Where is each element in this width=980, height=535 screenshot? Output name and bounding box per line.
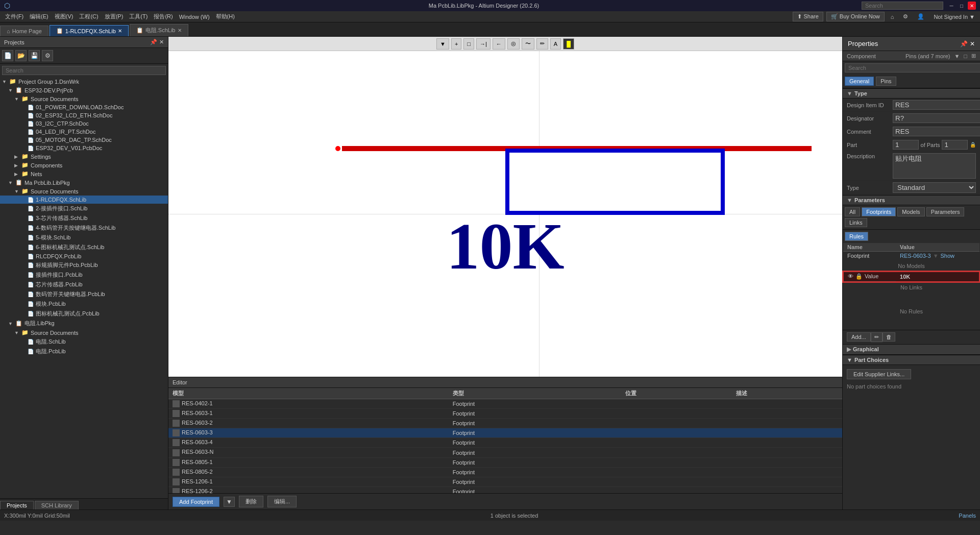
- tree-item-dianzu-pcblib[interactable]: 📄 电阻.PcbLib: [0, 347, 168, 356]
- params-tab-models[interactable]: Models: [897, 207, 924, 216]
- edit-button[interactable]: 编辑...: [267, 496, 297, 507]
- tab-dianzu-close[interactable]: ✕: [178, 28, 182, 33]
- tree-item-source-docs-3[interactable]: ▼ 📁 Source Documents: [0, 328, 168, 337]
- table-row[interactable]: RES-0603-1 Footprint: [168, 409, 842, 419]
- props-close-icon[interactable]: ✕: [970, 40, 975, 47]
- part-lock-icon[interactable]: 🔒: [970, 142, 976, 148]
- table-row[interactable]: RES-1206-2 Footprint: [168, 487, 842, 493]
- menu-file[interactable]: 文件(F): [2, 12, 27, 21]
- buy-online-button[interactable]: 🛒 Buy Online Now: [826, 12, 885, 21]
- tree-item-digit-pcblib[interactable]: 📄 数码管开关键继电器.PcbLib: [0, 289, 168, 299]
- params-tab-rules[interactable]: Rules: [845, 232, 868, 241]
- tab-dianzu[interactable]: 📋 电阻.SchLib ✕: [130, 24, 188, 36]
- tree-item-settings[interactable]: ▶ 📁 Settings: [0, 152, 168, 161]
- tree-item-digit-schlib[interactable]: 📄 4-数码管开关按键继电器.SchLib: [0, 223, 168, 233]
- tab-general[interactable]: General: [845, 77, 874, 86]
- description-input[interactable]: 贴片电阻: [893, 153, 976, 179]
- sign-in-label[interactable]: Not Signed In ▼: [930, 13, 978, 21]
- tree-item-power-sch[interactable]: 📄 01_POWER_DOWNLOAD.SchDoc: [0, 103, 168, 111]
- add-param-button[interactable]: Add...: [847, 332, 871, 342]
- edit-supplier-links-button[interactable]: Edit Supplier Links...: [847, 369, 911, 379]
- close-button[interactable]: ✕: [968, 2, 976, 10]
- add-dropdown-arrow[interactable]: ▼: [224, 497, 235, 507]
- params-tab-links[interactable]: Links: [845, 218, 867, 227]
- table-row[interactable]: RES-0805-1 Footprint: [168, 457, 842, 467]
- props-pin-icon[interactable]: 📌: [960, 40, 968, 47]
- tab-rlcdfqx[interactable]: 📋 1-RLCDFQX.SchLib ✕: [50, 25, 129, 36]
- designator-input[interactable]: [893, 113, 980, 123]
- sidebar-search[interactable]: [2, 66, 166, 75]
- tab-pins[interactable]: Pins: [876, 77, 896, 86]
- panels-button[interactable]: Panels: [959, 513, 976, 519]
- footprint-show-link[interactable]: Show: [941, 253, 955, 259]
- sidebar-close-icon[interactable]: ✕: [159, 39, 164, 45]
- sch-library-tab[interactable]: SCH Library: [35, 501, 79, 509]
- table-row[interactable]: RES-0603-4 Footprint: [168, 438, 842, 448]
- tree-item-rlcdfqx-schlib[interactable]: 📄 1-RLCDFQX.SchLib: [0, 196, 168, 204]
- tree-item-source-docs-1[interactable]: ▼ 📁 Source Documents: [0, 94, 168, 103]
- tree-item-conn-pcblib[interactable]: 📄 接插件接口.PcbLib: [0, 270, 168, 280]
- top-search[interactable]: [862, 2, 943, 10]
- tree-item-dianzu-libpkg[interactable]: ▼ 📋 电阻.LibPkg: [0, 319, 168, 328]
- menu-tools[interactable]: 工具(T): [126, 12, 151, 21]
- table-row[interactable]: RES-0805-2 Footprint: [168, 467, 842, 477]
- add-footprint-button[interactable]: Add Footprint: [173, 497, 219, 507]
- sidebar-settings-btn[interactable]: ⚙: [42, 50, 53, 61]
- tree-item-nets[interactable]: ▶ 📁 Nets: [0, 169, 168, 178]
- sidebar-open-btn[interactable]: 📂: [15, 50, 27, 61]
- menu-report[interactable]: 报告(R): [151, 12, 176, 21]
- value-lock-icon[interactable]: 🔒: [855, 273, 863, 280]
- filter-icon[interactable]: ▼: [954, 53, 960, 59]
- table-row[interactable]: RES-1206-1 Footprint: [168, 477, 842, 487]
- tree-item-chip-schlib[interactable]: 📄 3-芯片传感器.SchLib: [0, 213, 168, 223]
- table-row[interactable]: RES-0603-N Footprint: [168, 448, 842, 457]
- menu-view[interactable]: 视图(V): [52, 12, 77, 21]
- rect-btn[interactable]: □: [463, 38, 474, 50]
- tree-item-i2c[interactable]: 📄 03_I2C_CTP.SchDoc: [0, 119, 168, 128]
- tab-rlcdfqx-close[interactable]: ✕: [118, 28, 122, 34]
- tree-item-connector-schlib[interactable]: 📄 2-接插件接口.SchLib: [0, 204, 168, 213]
- menu-window[interactable]: Window (W): [176, 13, 213, 21]
- props-icon2[interactable]: ⊞: [971, 53, 976, 59]
- part-input[interactable]: [893, 140, 919, 150]
- text-btn[interactable]: A: [550, 38, 561, 50]
- arrow-btn[interactable]: →|: [476, 38, 491, 50]
- settings-icon[interactable]: ⚙: [900, 12, 911, 21]
- home-icon[interactable]: ⌂: [888, 13, 897, 21]
- comment-input[interactable]: [893, 127, 980, 136]
- sidebar-pin-icon[interactable]: 📌: [150, 39, 157, 45]
- tree-item-esp32-pcb[interactable]: 📄 ESP32_DEV_V01.PcbDoc: [0, 144, 168, 152]
- menu-place[interactable]: 放置(P): [102, 12, 127, 21]
- canvas[interactable]: 10K: [168, 51, 842, 377]
- tree-item-rlcdfqx-pcblib[interactable]: 📄 RLCDFQX.PcbLib: [0, 252, 168, 260]
- menu-help[interactable]: 帮助(H): [213, 12, 238, 21]
- tree-item-ma-pcblib[interactable]: ▼ 📋 Ma PcbLib.LibPkg: [0, 178, 168, 187]
- add-btn[interactable]: +: [451, 38, 461, 50]
- params-tab-parameters[interactable]: Parameters: [926, 207, 965, 216]
- tree-item-led[interactable]: 📄 04_LED_IR_PT.SchDoc: [0, 128, 168, 136]
- menu-project[interactable]: 工程(C): [76, 12, 101, 21]
- minimize-button[interactable]: ─: [947, 2, 955, 10]
- table-row[interactable]: RES-0603-3 Footprint: [168, 428, 842, 438]
- circle-btn[interactable]: ◎: [507, 38, 520, 50]
- edit-param-button[interactable]: ✏: [871, 332, 883, 342]
- tree-item-project-group[interactable]: ▼ 📁 Project Group 1.DsnWrk: [0, 77, 168, 86]
- tree-item-dianzu-schlib[interactable]: 📄 电阻.SchLib: [0, 337, 168, 347]
- maximize-button[interactable]: □: [958, 2, 966, 10]
- filter-btn[interactable]: ▼: [436, 38, 449, 50]
- sidebar-save-btn[interactable]: 💾: [29, 50, 40, 61]
- projects-tab[interactable]: Projects: [0, 501, 34, 509]
- tree-item-components[interactable]: ▶ 📁 Components: [0, 161, 168, 169]
- pen-btn[interactable]: ✏: [536, 38, 548, 50]
- delete-param-button[interactable]: 🗑: [883, 332, 895, 342]
- fill-btn[interactable]: █: [563, 38, 574, 50]
- parts-value-input[interactable]: [942, 140, 968, 150]
- params-tab-all[interactable]: All: [845, 207, 860, 216]
- menu-edit[interactable]: 编辑(E): [27, 12, 52, 21]
- left-btn[interactable]: ←: [493, 38, 505, 50]
- params-tab-footprints[interactable]: Footprints: [862, 207, 896, 216]
- tree-item-module-pcblib[interactable]: 📄 模块.PcbLib: [0, 299, 168, 309]
- sidebar-new-btn[interactable]: 📄: [2, 50, 13, 61]
- share-button[interactable]: ⬆ Share: [793, 12, 823, 21]
- tree-item-chip-pcblib[interactable]: 📄 芯片传感器.PcbLib: [0, 280, 168, 289]
